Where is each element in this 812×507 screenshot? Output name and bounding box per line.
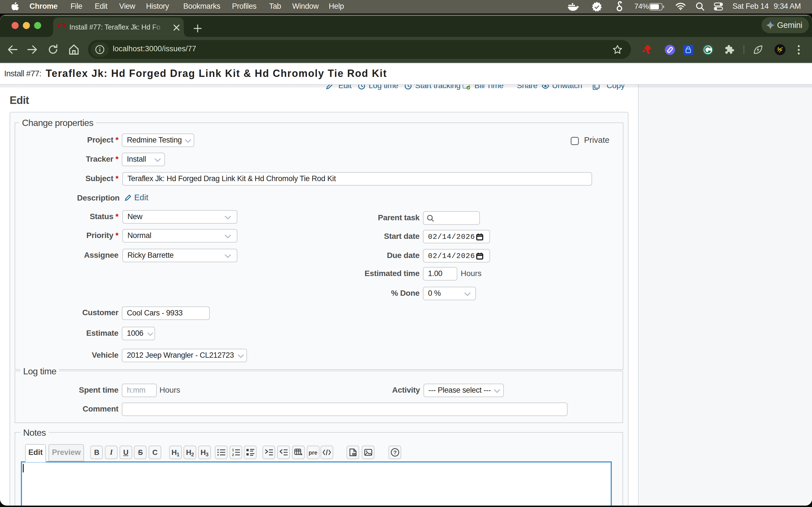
svg-text:?: ? — [393, 450, 397, 455]
svg-text:2: 2 — [232, 453, 234, 456]
svg-text:1: 1 — [232, 449, 234, 452]
